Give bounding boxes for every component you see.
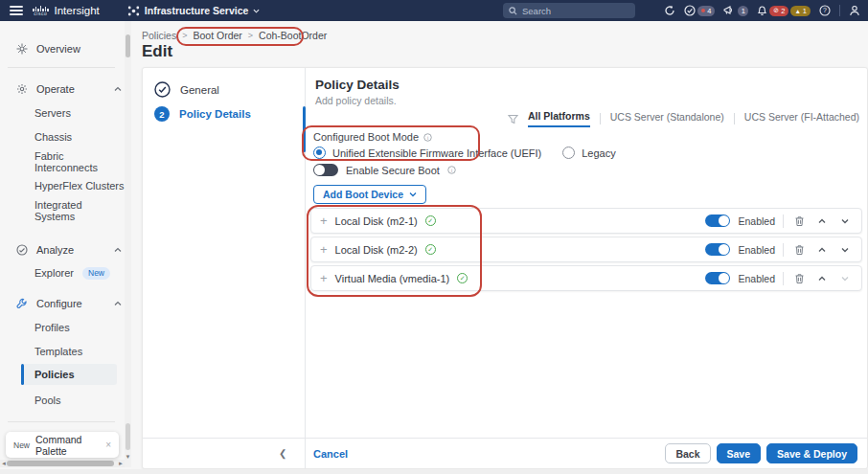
sidebar-item-fabric-interconnects[interactable]: Fabric Interconnects: [34, 154, 125, 169]
analyze-icon: [15, 244, 28, 257]
user-account-icon[interactable]: [849, 5, 860, 16]
secure-boot-toggle[interactable]: [313, 164, 338, 176]
delete-device-icon[interactable]: [791, 271, 807, 286]
collapse-panel-icon[interactable]: ❮: [279, 448, 286, 459]
sidebar-section-label: Analyze: [36, 244, 74, 256]
tasks-badge: 4: [697, 6, 715, 16]
move-up-icon[interactable]: [814, 214, 830, 229]
top-navigation-bar: cisco Intersight Infrastructure Service: [0, 0, 868, 21]
refresh-icon[interactable]: [664, 5, 675, 16]
page-bottom-strip: [0, 469, 868, 474]
sidebar-section-analyze[interactable]: Analyze: [15, 241, 74, 259]
filter-icon[interactable]: [508, 114, 518, 124]
save-deploy-button[interactable]: Save & Deploy: [766, 443, 857, 463]
sidebar-horizontal-scrollbar[interactable]: ◄►: [0, 460, 125, 467]
sidebar-vertical-scrollbar[interactable]: ▼: [125, 21, 131, 467]
sidebar-section-label: Operate: [36, 83, 75, 95]
add-boot-device-button[interactable]: Add Boot Device: [313, 185, 426, 204]
cancel-link[interactable]: Cancel: [313, 448, 348, 460]
wizard-steps-panel: General 2 Policy Details: [143, 68, 305, 468]
sidebar-item-explorer[interactable]: Explorer New: [34, 265, 74, 281]
service-switcher[interactable]: Infrastructure Service: [127, 5, 261, 17]
device-enabled-toggle[interactable]: [705, 243, 730, 256]
svg-text:i: i: [427, 134, 428, 140]
valid-check-icon: ✓: [425, 215, 436, 226]
tasks-indicator[interactable]: 4: [684, 5, 715, 16]
radio-uefi[interactable]: [313, 147, 326, 159]
sidebar-item-profiles[interactable]: Profiles: [34, 320, 70, 335]
command-palette-button[interactable]: New Command Palette ×: [6, 432, 119, 458]
svg-text:?: ?: [823, 7, 827, 13]
intersight-edit-boot-order-page: cisco Intersight Infrastructure Service: [0, 0, 868, 474]
move-down-icon-disabled: [837, 271, 853, 286]
boot-device-name: Local Disk (m2-2): [335, 244, 418, 256]
menu-icon[interactable]: [10, 6, 23, 15]
search-input[interactable]: [522, 6, 618, 16]
sidebar-item-overview[interactable]: Overview: [15, 40, 80, 57]
sidebar-item-hyperflex-clusters[interactable]: HyperFlex Clusters: [34, 178, 125, 193]
gear-icon: [15, 83, 28, 96]
expand-plus-icon[interactable]: +: [320, 243, 328, 256]
boot-mode-label: Configured Boot Mode i: [313, 131, 432, 143]
enabled-label: Enabled: [738, 273, 775, 284]
service-name: Infrastructure Service: [145, 5, 249, 16]
save-button[interactable]: Save: [717, 443, 762, 463]
tab-ucs-server-standalone[interactable]: UCS Server (Standalone): [610, 111, 724, 126]
wizard-step-policy-details[interactable]: 2 Policy Details: [154, 106, 251, 122]
breadcrumb-coh-bootorder[interactable]: Coh-BootOrder: [259, 30, 327, 41]
move-down-icon[interactable]: [837, 214, 853, 229]
chevron-up-icon: [114, 246, 122, 254]
sidebar-item-templates[interactable]: Templates: [34, 344, 82, 359]
wizard-step-general[interactable]: General: [154, 81, 219, 98]
secure-boot-row: Enable Secure Boot i: [313, 164, 456, 176]
device-enabled-toggle[interactable]: [705, 272, 730, 284]
global-search[interactable]: [503, 3, 635, 18]
search-icon: [509, 7, 517, 15]
breadcrumb-boot-order[interactable]: Boot Order: [193, 30, 241, 41]
chevron-down-icon: [409, 191, 417, 198]
move-up-icon[interactable]: [814, 242, 830, 258]
new-badge: New: [82, 267, 110, 280]
expand-plus-icon[interactable]: +: [320, 272, 328, 284]
sidebar-section-operate[interactable]: Operate: [15, 80, 75, 98]
sidebar-item-policies[interactable]: Policies: [21, 364, 117, 385]
sidebar-item-servers[interactable]: Servers: [34, 105, 71, 121]
radio-uefi-label: Unified Extensible Firmware Interface (U…: [332, 147, 541, 159]
step-number-badge: 2: [154, 106, 170, 122]
content-subtitle: Add policy details.: [315, 95, 397, 106]
expand-plus-icon[interactable]: +: [320, 214, 328, 227]
device-enabled-toggle[interactable]: [705, 214, 730, 227]
sidebar-section-configure[interactable]: Configure: [15, 295, 82, 312]
info-icon: i: [423, 133, 432, 142]
sidebar-item-chassis[interactable]: Chassis: [34, 129, 72, 145]
move-up-icon[interactable]: [814, 271, 830, 286]
announcements-indicator[interactable]: 1: [723, 5, 748, 16]
sidebar-item-pools[interactable]: Pools: [34, 393, 61, 408]
panel-resize-handle[interactable]: [303, 106, 306, 152]
delete-device-icon[interactable]: [791, 214, 807, 229]
tab-ucs-server-fi-attached[interactable]: UCS Server (FI-Attached): [744, 111, 859, 126]
alarms-indicator[interactable]: ⊘2 ▲1: [757, 5, 811, 16]
tab-all-platforms[interactable]: All Platforms: [528, 110, 590, 127]
breadcrumb-policies[interactable]: Policies: [142, 30, 176, 41]
infrastructure-service-icon: [127, 5, 140, 17]
delete-device-icon[interactable]: [791, 242, 807, 258]
new-badge: New: [13, 440, 30, 450]
radio-legacy-label: Legacy: [582, 147, 615, 159]
megaphone-icon: [723, 5, 736, 16]
cisco-logo: cisco: [33, 6, 49, 15]
page-title: Edit: [142, 42, 172, 61]
wrench-icon: [15, 298, 28, 310]
breadcrumb: Policies > Boot Order > Coh-BootOrder: [142, 30, 327, 41]
move-down-icon[interactable]: [837, 242, 853, 258]
alarm-critical-badge: ⊘2: [769, 6, 788, 16]
boot-device-row: + Local Disk (m2-2) ✓ Enabled: [310, 237, 862, 262]
back-button[interactable]: Back: [665, 443, 710, 463]
radio-legacy[interactable]: [562, 147, 575, 159]
check-circle-icon: [684, 5, 696, 16]
sidebar-item-integrated-systems[interactable]: Integrated Systems: [34, 203, 125, 218]
close-icon[interactable]: ×: [105, 440, 111, 450]
info-icon: i: [447, 166, 456, 174]
enabled-label: Enabled: [738, 215, 775, 227]
help-icon[interactable]: ?: [819, 5, 831, 16]
